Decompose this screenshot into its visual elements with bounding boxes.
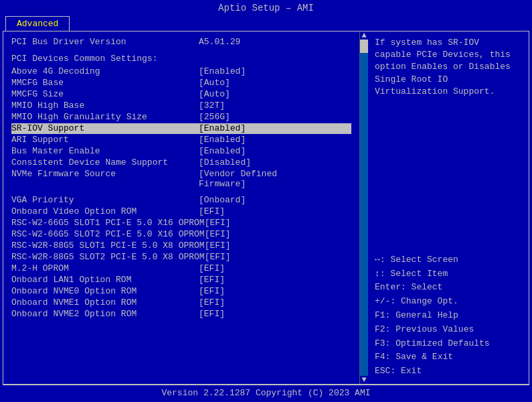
left-panel: PCI Bus Driver Version A5.01.29 PCI Devi… [3, 31, 360, 384]
driver-version-row: PCI Bus Driver Version A5.01.29 [11, 37, 351, 48]
tab-advanced-label: Advanced [17, 19, 58, 29]
tab-advanced[interactable]: Advanced [5, 16, 70, 31]
setting-ari[interactable]: ARI Support [Enabled] [11, 135, 351, 145]
setting-rsc-w2-66g5-slot2[interactable]: RSC-W2-66G5 SLOT2 PCI-E 5.0 X16 OPROM [E… [11, 229, 351, 240]
setting-rsc-w2r-88g5-slot2[interactable]: RSC-W2R-88G5 SLOT2 PCI-E 5.0 X8 OPROM [E… [11, 252, 351, 263]
key-f4-key: F4: [375, 352, 395, 362]
setting-mmio-high-base-value: [32T] [199, 100, 225, 111]
scroll-track[interactable] [360, 40, 368, 376]
help-text: If system has SR-IOVcapable PCIe Devices… [375, 37, 522, 248]
setting-nvme-firmware[interactable]: NVMe Firmware Source [Vendor DefinedFirm… [11, 169, 351, 189]
setting-nvme2-rom[interactable]: Onboard NVME2 Option ROM [EFI] [11, 309, 351, 320]
setting-mmcfg-size[interactable]: MMCFG Size [Auto] [11, 89, 351, 100]
setting-rsc-w2r-88g5-slot1-value: [EFI] [205, 241, 231, 251]
key-f2-action: Previous Values [395, 324, 474, 334]
setting-ari-value: [Enabled] [199, 135, 246, 145]
scroll-up-arrow[interactable]: ▲ [361, 31, 366, 40]
key-enter: Enter: Select [375, 281, 522, 295]
setting-rsc-w2r-88g5-slot1[interactable]: RSC-W2R-88G5 SLOT1 PCI-E 5.0 X8 OPROM [E… [11, 241, 351, 251]
key-change-opt-action: Change Opt. [401, 296, 458, 306]
setting-m2h-oprom-label: M.2-H OPROM [11, 263, 199, 273]
common-settings-header: PCI Devices Common Settings: [11, 54, 351, 64]
setting-vga-priority[interactable]: VGA Priority [Onboard] [11, 195, 351, 206]
setting-rsc-w2-66g5-slot1[interactable]: RSC-W2-66G5 SLOT1 PCI-E 5.0 X16 OPROM [E… [11, 218, 351, 228]
setting-consistent-name-label: Consistent Device Name Support [11, 157, 199, 168]
key-f1-action: General Help [395, 310, 458, 320]
setting-nvme2-rom-value: [EFI] [199, 309, 225, 319]
setting-sriov-label: SR-IOV Support [11, 123, 199, 133]
setting-rsc-w2r-88g5-slot2-value: [EFI] [205, 252, 231, 262]
setting-vga-priority-value: [Onboard] [199, 195, 246, 205]
app-title: Aptio Setup – AMI [218, 3, 314, 13]
setting-nvme0-rom-value: [EFI] [199, 286, 225, 296]
setting-consistent-name-value: [Disabled] [199, 157, 251, 168]
setting-ari-label: ARI Support [11, 135, 199, 145]
title-bar: Aptio Setup – AMI [0, 0, 532, 16]
setting-nvme2-rom-label: Onboard NVME2 Option ROM [11, 309, 199, 319]
setting-mmcfg-size-value: [Auto] [199, 89, 230, 99]
setting-bus-master[interactable]: Bus Master Enable [Enabled] [11, 146, 351, 157]
scroll-thumb[interactable] [360, 40, 368, 53]
setting-lan1-rom-label: Onboard LAN1 Option ROM [11, 275, 199, 285]
setting-above4g-label: Above 4G Decoding [11, 66, 199, 76]
key-help: ↔: Select Screen ↕: Select Item Enter: S… [375, 253, 522, 379]
key-f2-key: F2: [375, 324, 395, 334]
key-f4: F4: Save & Exit [375, 350, 522, 364]
setting-rsc-w2r-88g5-slot2-label: RSC-W2R-88G5 SLOT2 PCI-E 5.0 X8 OPROM [11, 252, 205, 262]
tab-row: Advanced [0, 16, 532, 31]
setting-rsc-w2-66g5-slot1-value: [EFI] [205, 218, 231, 228]
driver-version-value: A5.01.29 [199, 37, 240, 47]
setting-video-rom[interactable]: Onboard Video Option ROM [EFI] [11, 206, 351, 217]
setting-rsc-w2-66g5-slot1-label: RSC-W2-66G5 SLOT1 PCI-E 5.0 X16 OPROM [11, 218, 205, 228]
setting-m2h-oprom-value: [EFI] [199, 263, 225, 273]
setting-above4g[interactable]: Above 4G Decoding [Enabled] [11, 66, 351, 77]
key-f4-action: Save & Exit [395, 352, 453, 362]
footer: Version 2.22.1287 Copyright (C) 2023 AMI [3, 385, 529, 401]
setting-mmcfg-base-value: [Auto] [199, 78, 230, 88]
key-select-screen: ↔: Select Screen [375, 253, 522, 267]
setting-mmio-high-base[interactable]: MMIO High Base [32T] [11, 100, 351, 111]
setting-video-rom-label: Onboard Video Option ROM [11, 206, 199, 216]
setting-mmio-gran-value: [256G] [199, 112, 230, 122]
setting-consistent-name[interactable]: Consistent Device Name Support [Disabled… [11, 157, 351, 168]
key-change-opt: +/-: Change Opt. [375, 295, 522, 309]
setting-mmcfg-base[interactable]: MMCFG Base [Auto] [11, 78, 351, 88]
setting-m2h-oprom[interactable]: M.2-H OPROM [EFI] [11, 263, 351, 274]
setting-nvme-firmware-label: NVMe Firmware Source [11, 169, 199, 179]
key-f3: F3: Optimized Defaults [375, 337, 522, 351]
key-f2: F2: Previous Values [375, 323, 522, 337]
setting-rsc-w2r-88g5-slot1-label: RSC-W2R-88G5 SLOT1 PCI-E 5.0 X8 OPROM [11, 241, 205, 251]
key-select-screen-key: ↔: [375, 255, 390, 265]
key-esc-action: Exit [401, 366, 422, 376]
setting-mmio-gran[interactable]: MMIO High Granularity Size [256G] [11, 112, 351, 123]
key-enter-action: Select [412, 282, 443, 292]
scrollbar[interactable]: ▲ ▼ [360, 31, 368, 384]
scroll-down-arrow[interactable]: ▼ [361, 376, 366, 384]
setting-sriov[interactable]: SR-IOV Support [Enabled] [11, 123, 351, 134]
key-enter-key: Enter: [375, 282, 412, 292]
key-f3-key: F3: [375, 338, 395, 348]
setting-mmio-high-base-label: MMIO High Base [11, 100, 199, 111]
setting-nvme1-rom-value: [EFI] [199, 297, 225, 308]
setting-sriov-value: [Enabled] [199, 123, 246, 133]
setting-mmcfg-base-label: MMCFG Base [11, 78, 199, 88]
setting-bus-master-value: [Enabled] [199, 146, 246, 156]
setting-nvme0-rom-label: Onboard NVME0 Option ROM [11, 286, 199, 296]
key-select-item: ↕: Select Item [375, 267, 522, 281]
setting-vga-priority-label: VGA Priority [11, 195, 199, 205]
main-content: PCI Bus Driver Version A5.01.29 PCI Devi… [3, 31, 529, 385]
key-change-opt-key: +/-: [375, 296, 401, 306]
setting-lan1-rom[interactable]: Onboard LAN1 Option ROM [EFI] [11, 275, 351, 285]
key-esc-key: ESC: [375, 366, 401, 376]
setting-video-rom-value: [EFI] [199, 206, 225, 216]
setting-mmio-gran-label: MMIO High Granularity Size [11, 112, 199, 122]
setting-bus-master-label: Bus Master Enable [11, 146, 199, 156]
setting-nvme1-rom[interactable]: Onboard NVME1 Option ROM [EFI] [11, 297, 351, 308]
help-text-content: If system has SR-IOVcapable PCIe Devices… [375, 38, 511, 96]
key-select-item-key: ↕: [375, 269, 390, 279]
setting-nvme0-rom[interactable]: Onboard NVME0 Option ROM [EFI] [11, 286, 351, 297]
setting-rsc-w2-66g5-slot2-label: RSC-W2-66G5 SLOT2 PCI-E 5.0 X16 OPROM [11, 229, 205, 239]
setting-rsc-w2-66g5-slot2-value: [EFI] [205, 229, 231, 239]
key-select-screen-action: Select Screen [390, 255, 458, 265]
setting-nvme1-rom-label: Onboard NVME1 Option ROM [11, 297, 199, 308]
